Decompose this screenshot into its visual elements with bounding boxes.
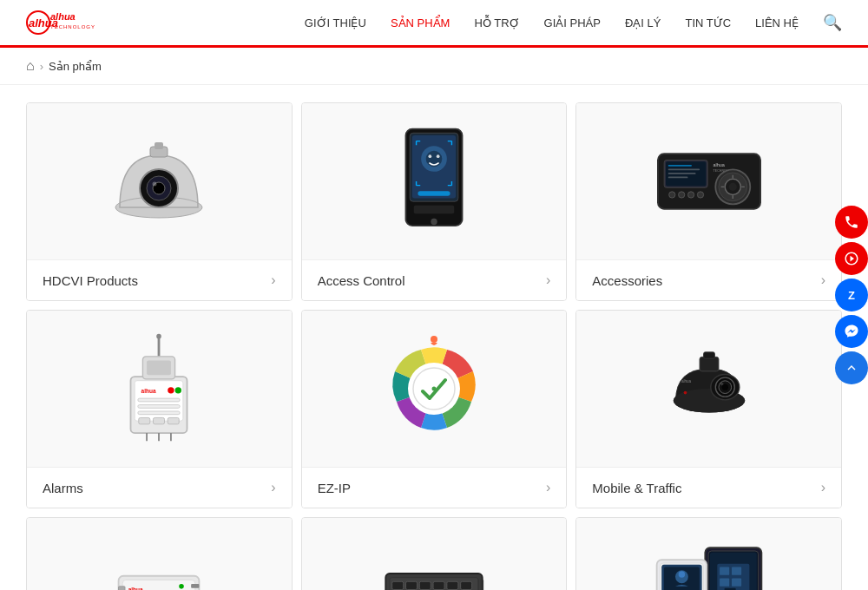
product-card-ezip[interactable]: EZ-IP › xyxy=(301,310,568,508)
product-footer-mobile: Mobile & Traffic › xyxy=(576,467,841,508)
nav-giai-phap[interactable]: GIẢI PHÁP xyxy=(544,16,601,30)
product-footer-access: Access Control › xyxy=(302,259,567,300)
product-image-transmission: 5 PORT GIGABIT SWITCH xyxy=(302,518,567,590)
svg-rect-53 xyxy=(139,417,150,423)
nav-san-pham[interactable]: SẢN PHẨM xyxy=(391,16,450,30)
product-title-alarms: Alarms xyxy=(43,481,83,495)
svg-rect-75 xyxy=(703,352,714,358)
product-image-accessories: alhua TECHNOLOGY xyxy=(576,103,841,259)
svg-rect-60 xyxy=(147,361,171,376)
product-card-hdcvi[interactable]: HDCVI Products › xyxy=(26,102,293,301)
product-title-ezip: EZ-IP xyxy=(318,481,351,495)
svg-text:alhua: alhua xyxy=(713,162,725,167)
svg-rect-74 xyxy=(700,357,719,371)
breadcrumb-current: Sản phẩm xyxy=(49,60,102,73)
arrow-alarms: › xyxy=(271,480,275,495)
product-image-hdcvi xyxy=(27,103,292,259)
float-zalo-button[interactable]: Z xyxy=(835,279,868,311)
float-messenger-button[interactable] xyxy=(835,315,868,348)
nav-tin-tuc[interactable]: TIN TỨC xyxy=(685,16,731,30)
svg-rect-80 xyxy=(119,587,125,590)
arrow-mobile: › xyxy=(821,480,825,495)
svg-rect-116 xyxy=(732,579,741,587)
float-youtube-button[interactable] xyxy=(835,242,868,275)
product-image-mobile: alhua xyxy=(576,311,841,467)
product-title-accessories: Accessories xyxy=(592,273,662,288)
svg-point-17 xyxy=(428,154,431,158)
svg-text:alhua: alhua xyxy=(128,587,143,590)
nav-dai-ly[interactable]: ĐẠI LÝ xyxy=(625,16,661,30)
product-card-accessories[interactable]: alhua TECHNOLOGY Accessories xyxy=(575,102,842,301)
svg-rect-95 xyxy=(433,581,444,589)
svg-rect-50 xyxy=(138,398,180,402)
breadcrumb-home[interactable]: ⌂ xyxy=(26,58,35,74)
svg-rect-54 xyxy=(154,417,165,423)
header: alhua alhua TECHNOLOGY GIỚI THIỆU SẢN PH… xyxy=(0,0,868,48)
product-footer-accessories: Accessories › xyxy=(576,259,841,300)
svg-point-9 xyxy=(153,182,157,187)
product-image-alarms: alhua xyxy=(27,311,292,467)
nav-gioi-thieu[interactable]: GIỚI THIỆU xyxy=(305,16,366,30)
svg-text:TECHNOLOGY: TECHNOLOGY xyxy=(50,24,95,30)
product-card-transmission[interactable]: 5 PORT GIGABIT SWITCH Transmission › xyxy=(301,517,568,590)
svg-rect-96 xyxy=(447,581,458,589)
svg-point-64 xyxy=(431,336,437,343)
svg-rect-26 xyxy=(667,168,699,170)
svg-rect-115 xyxy=(720,579,729,587)
svg-rect-93 xyxy=(405,581,417,589)
svg-rect-92 xyxy=(392,581,404,589)
svg-point-73 xyxy=(683,391,687,395)
arrow-access: › xyxy=(546,272,550,288)
main-nav: GIỚI THIỆU SẢN PHẨM HỖ TRỢ GIẢI PHÁP ĐẠI… xyxy=(305,13,842,32)
product-title-hdcvi: HDCVI Products xyxy=(43,273,138,288)
arrow-hdcvi: › xyxy=(271,272,275,288)
product-card-network[interactable]: alhua NETWORK RECORDER Ne xyxy=(26,517,293,590)
svg-text:alhua: alhua xyxy=(681,379,692,384)
product-image-access xyxy=(302,103,567,259)
float-phone-button[interactable] xyxy=(835,206,868,239)
svg-point-127 xyxy=(678,571,684,577)
svg-rect-51 xyxy=(138,405,180,409)
svg-rect-27 xyxy=(667,173,695,174)
product-card-access[interactable]: Access Control › xyxy=(301,102,568,301)
logo[interactable]: alhua alhua TECHNOLOGY xyxy=(26,8,95,38)
product-image-network: alhua NETWORK RECORDER xyxy=(27,518,292,590)
svg-point-34 xyxy=(728,183,736,191)
float-buttons: Z xyxy=(835,206,868,384)
svg-rect-11 xyxy=(155,142,163,149)
product-title-mobile: Mobile & Traffic xyxy=(592,481,681,495)
search-button[interactable]: 🔍 xyxy=(823,13,842,32)
svg-text:alhua: alhua xyxy=(50,11,76,22)
svg-rect-113 xyxy=(720,567,729,575)
svg-point-63 xyxy=(431,387,436,391)
arrow-ezip: › xyxy=(546,480,550,495)
svg-rect-97 xyxy=(461,581,472,589)
svg-rect-52 xyxy=(138,411,180,415)
product-grid: HDCVI Products › xyxy=(0,85,868,590)
svg-text:alhua: alhua xyxy=(141,388,156,394)
product-image-intercoms: alhua xyxy=(576,518,841,590)
svg-point-39 xyxy=(668,192,674,198)
svg-rect-83 xyxy=(191,584,199,588)
svg-rect-55 xyxy=(168,417,180,423)
nav-lien-he[interactable]: LIÊN HỆ xyxy=(755,16,799,30)
nav-ho-tro[interactable]: HỖ TRỢ xyxy=(474,16,519,30)
svg-rect-19 xyxy=(418,191,450,196)
svg-point-21 xyxy=(431,219,437,225)
float-scroll-up-button[interactable] xyxy=(835,351,868,384)
svg-point-41 xyxy=(687,192,694,198)
svg-rect-94 xyxy=(419,581,431,589)
product-card-mobile[interactable]: alhua Mobile & Traffic › xyxy=(575,310,842,508)
svg-rect-25 xyxy=(667,165,691,167)
product-footer-ezip: EZ-IP › xyxy=(302,467,567,508)
svg-point-44 xyxy=(157,334,162,339)
svg-point-79 xyxy=(180,584,185,589)
product-card-alarms[interactable]: alhua Alarms xyxy=(26,310,293,508)
svg-point-42 xyxy=(697,192,703,198)
svg-point-48 xyxy=(168,387,174,393)
arrow-accessories: › xyxy=(821,272,825,288)
svg-rect-114 xyxy=(732,567,741,575)
breadcrumb: ⌂ › Sản phẩm xyxy=(0,48,868,85)
svg-point-49 xyxy=(175,387,181,393)
product-card-intercoms[interactable]: alhua Video Intercoms › xyxy=(575,517,842,590)
